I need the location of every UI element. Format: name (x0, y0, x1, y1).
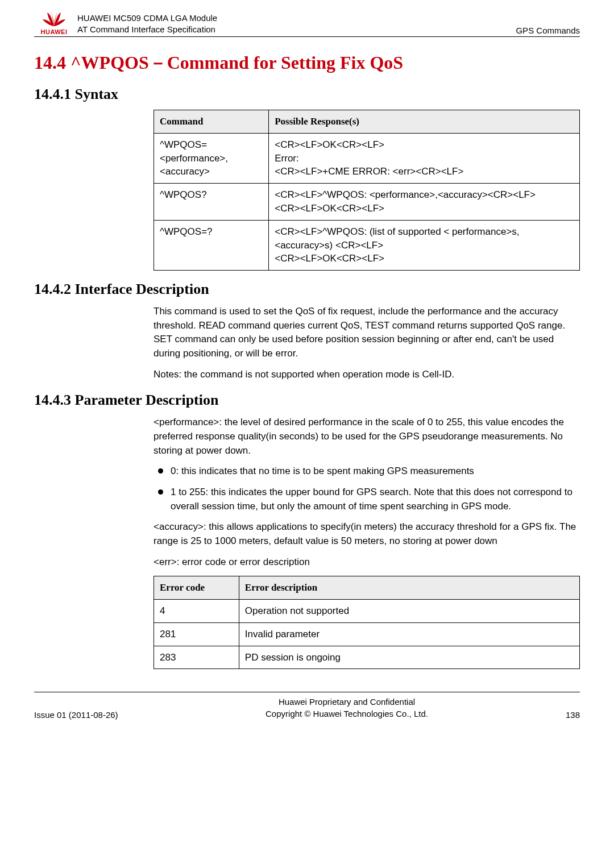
brand-text: HUAWEI (41, 28, 68, 35)
huawei-petal-icon (42, 11, 67, 27)
section-title: 14.4 ^WPQOS－Command for Setting Fix QoS (34, 51, 580, 76)
th-response: Possible Response(s) (269, 110, 580, 134)
bullet-1to255: 1 to 255: this indicates the upper bound… (154, 485, 580, 513)
interface-heading: 14.4.2 Interface Description (34, 281, 580, 298)
param-err: <err>: error code or error description (154, 555, 580, 570)
err-desc-cell: Operation not supported (239, 599, 579, 622)
resp-cell: <CR><LF>^WPQOS: (list of supported < per… (269, 220, 580, 270)
param-bullets: 0: this indicates that no time is to be … (154, 464, 580, 513)
header-section-name: GPS Commands (516, 26, 580, 35)
table-row: ^WPQOS=<performance>, <accuracy> <CR><LF… (154, 133, 580, 183)
err-code-cell: 283 (154, 646, 239, 669)
param-performance: <performance>: the level of desired perf… (154, 416, 580, 458)
table-row: 4 Operation not supported (154, 599, 580, 622)
page-header: HUAWEI HUAWEI MC509 CDMA LGA Module AT C… (34, 11, 580, 37)
doc-title-line1: HUAWEI MC509 CDMA LGA Module (77, 13, 516, 24)
param-accuracy: <accuracy>: this allows applications to … (154, 520, 580, 548)
cmd-cell: ^WPQOS? (154, 184, 269, 221)
error-table: Error code Error description 4 Operation… (154, 576, 580, 669)
table-row: 283 PD session is ongoing (154, 646, 580, 669)
footer-center: Huawei Proprietary and Confidential Copy… (159, 696, 534, 720)
table-row: ^WPQOS? <CR><LF>^WPQOS: <performance>,<a… (154, 184, 580, 221)
interface-para-1: This command is used to set the QoS of f… (154, 305, 580, 361)
err-desc-cell: PD session is ongoing (239, 646, 579, 669)
syntax-table: Command Possible Response(s) ^WPQOS=<per… (154, 110, 580, 271)
err-code-cell: 4 (154, 599, 239, 622)
resp-cell: <CR><LF>OK<CR><LF> Error: <CR><LF>+CME E… (269, 133, 580, 183)
err-desc-cell: Invalid parameter (239, 622, 579, 646)
interface-block: This command is used to set the QoS of f… (154, 305, 580, 381)
table-header-row: Command Possible Response(s) (154, 110, 580, 134)
th-command: Command (154, 110, 269, 134)
interface-para-2: Notes: the command is not supported when… (154, 368, 580, 382)
resp-cell: <CR><LF>^WPQOS: <performance>,<accuracy>… (269, 184, 580, 221)
brand-logo: HUAWEI (34, 11, 74, 35)
footer-proprietary: Huawei Proprietary and Confidential (159, 696, 534, 708)
bullet-0: 0: this indicates that no time is to be … (154, 464, 580, 479)
page-footer: Issue 01 (2011-08-26) Huawei Proprietary… (34, 692, 580, 720)
doc-title-line2: AT Command Interface Specification (77, 24, 516, 35)
syntax-heading: 14.4.1 Syntax (34, 86, 580, 103)
syntax-block: Command Possible Response(s) ^WPQOS=<per… (154, 110, 580, 271)
param-block: <performance>: the level of desired perf… (154, 416, 580, 669)
th-error-code: Error code (154, 576, 239, 600)
err-code-cell: 281 (154, 622, 239, 646)
cmd-cell: ^WPQOS=? (154, 220, 269, 270)
param-heading: 14.4.3 Parameter Description (34, 392, 580, 409)
header-titles: HUAWEI MC509 CDMA LGA Module AT Command … (74, 13, 516, 36)
table-header-row: Error code Error description (154, 576, 580, 600)
th-error-desc: Error description (239, 576, 579, 600)
cmd-cell: ^WPQOS=<performance>, <accuracy> (154, 133, 269, 183)
table-row: 281 Invalid parameter (154, 622, 580, 646)
table-row: ^WPQOS=? <CR><LF>^WPQOS: (list of suppor… (154, 220, 580, 270)
footer-copyright: Copyright © Huawei Technologies Co., Ltd… (159, 708, 534, 720)
footer-issue: Issue 01 (2011-08-26) (34, 710, 159, 720)
footer-page-number: 138 (534, 710, 580, 720)
